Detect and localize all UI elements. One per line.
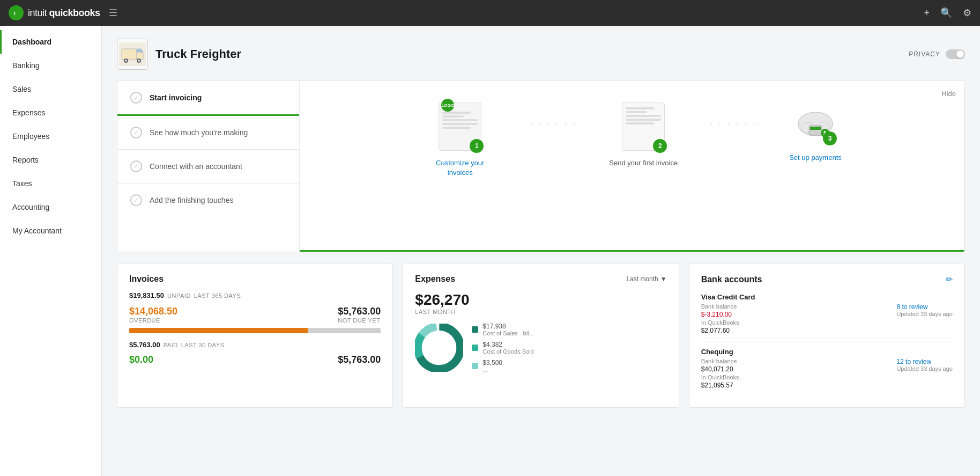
menu-icon[interactable]: ☰ [109,7,117,19]
settings-icon[interactable]: ⚙ [963,7,971,19]
sidebar-item-my-accountant[interactable]: My Accountant [0,219,101,243]
sidebar-item-reports[interactable]: Reports [0,148,101,172]
company-logo[interactable] [117,39,148,70]
sidebar-item-taxes[interactable]: Taxes [0,172,101,195]
step-icon-3: $ 3 [794,102,837,145]
step-check-invoicing: ✓ [130,92,142,104]
bank-divider [701,342,953,342]
bank-accounts-title: Bank accounts [701,275,762,284]
invoices-notdue-col: $5,763.00 NOT DUE YET [338,306,381,324]
progress-overdue [129,328,308,333]
invoices-last-days: LAST 365 DAYS [194,292,241,299]
stats-row: Invoices $19,831.50 UNPAID LAST 365 DAYS… [117,263,965,408]
quickbooks-logo[interactable]: i intuit quickbooks [9,5,100,20]
bank-qb-label-visa: In QuickBooks [701,319,739,326]
step-dots-2: · · · · · · [710,118,757,129]
setup-content: Hide LOGO [300,81,964,252]
invoices-header: Invoices [129,274,381,284]
logo-circle: i [9,5,24,20]
legend-amount-1: $17,938 [482,323,533,330]
last-month-button[interactable]: Last month ▼ [626,275,666,283]
logo-text: intuit quickbooks [28,8,100,19]
svg-point-7 [138,60,140,62]
sidebar-item-sales[interactable]: Sales [0,77,101,101]
privacy-label: PRIVACY [909,50,940,58]
expenses-sublabel: LAST MONTH [415,309,666,315]
bank-balance-label-visa: Bank balance [701,303,739,310]
step-label-customize[interactable]: Customize your invoices [422,158,498,178]
bank-accounts-header: Bank accounts ✏ [701,274,953,284]
app-layout: Dashboard Banking Sales Expenses Employe… [0,26,980,476]
legend-item-1: $17,938 Cost of Sales - bil... [472,323,533,336]
svg-point-5 [125,60,127,62]
nav-right: + 🔍 ⚙ [924,7,971,19]
invoices-notdue-amount: $5,763.00 [338,306,381,317]
setup-progress-bar [300,250,964,252]
bank-numbers-visa: Bank balance $-3,210.00 In QuickBooks $2… [701,303,739,334]
progress-notdue [308,328,381,333]
main-content: Truck Freighter PRIVACY ✓ Start invoicin… [102,26,980,476]
invoices-unpaid-row: $19,831.50 UNPAID LAST 365 DAYS [129,291,381,299]
step-visual-3: $ 3 Set up payments [789,102,842,163]
legend-amount-2: $4,382 [482,341,533,348]
bank-updated-visa: Updated 33 days ago [896,311,953,317]
invoices-paid-amount: $5,763.00 [129,341,160,349]
expenses-chart-area: $17,938 Cost of Sales - bil... $4,382 Co… [415,323,666,373]
sidebar-item-expenses[interactable]: Expenses [0,101,101,125]
legend-dot-2 [472,345,478,351]
bank-account-visa: Visa Credit Card Bank balance $-3,210.00… [701,293,953,334]
setup-step-finishing[interactable]: ✓ Add the finishing touches [117,184,299,217]
svg-rect-13 [810,127,821,130]
step-label-send: Send your first invoice [609,158,678,168]
bank-balance-label-chequing: Bank balance [701,358,739,364]
bank-balance-value-chequing: $40,071.20 [701,365,739,373]
invoices-notdue-label: NOT DUE YET [338,317,381,324]
setup-step-invoicing[interactable]: ✓ Start invoicing [117,81,299,116]
sidebar-item-employees[interactable]: Employees [0,125,101,148]
sidebar-item-accounting[interactable]: Accounting [0,195,101,219]
invoices-title: Invoices [129,274,164,284]
bank-updated-chequing: Updated 33 days ago [896,365,953,372]
invoices-progress-bar [129,328,381,333]
legend-sublabel-3: ... [482,367,502,373]
setup-step-accountant[interactable]: ✓ Connect with an accountant [117,150,299,184]
expenses-amount: $26,270 [415,291,666,309]
sidebar: Dashboard Banking Sales Expenses Employe… [0,26,102,476]
privacy-toggle-track[interactable] [946,49,965,59]
svg-point-19 [423,332,455,364]
edit-icon[interactable]: ✏ [946,274,953,284]
bank-review-visa[interactable]: 8 to review [896,303,953,311]
invoices-paid-row: $5,763.00 PAID LAST 30 DAYS [129,341,381,349]
add-icon[interactable]: + [924,8,930,19]
svg-marker-8 [137,49,143,52]
step-dots-1: · · · · · · [530,118,577,129]
svg-rect-3 [137,52,143,60]
step-badge-2: 2 [653,139,667,153]
setup-steps-list: ✓ Start invoicing ✓ See how much you're … [117,81,300,252]
privacy-toggle[interactable]: PRIVACY [909,49,965,59]
step-badge-1: 1 [470,139,484,153]
bank-review-chequing[interactable]: 12 to review [896,358,953,365]
step-label-payments[interactable]: Set up payments [789,153,842,163]
sidebar-item-banking[interactable]: Banking [0,54,101,77]
bank-details-visa: Bank balance $-3,210.00 In QuickBooks $2… [701,303,953,334]
donut-svg [415,324,463,372]
step-check-accountant: ✓ [130,160,142,172]
svg-point-0 [12,9,20,17]
invoices-last30: LAST 30 DAYS [181,342,225,348]
legend-sublabel-1: Cost of Sales - bil... [482,330,533,336]
invoices-card: Invoices $19,831.50 UNPAID LAST 365 DAYS… [117,263,393,408]
legend-amount-3: $3,500 [482,359,502,367]
top-navigation: i intuit quickbooks ☰ + 🔍 ⚙ [0,0,980,26]
setup-panel: ✓ Start invoicing ✓ See how much you're … [117,80,965,252]
legend-item-3: $3,500 ... [472,359,533,373]
invoices-overdue-amount: $14,068.50 [129,306,177,317]
legend-dot-3 [472,363,478,369]
hide-button[interactable]: Hide [941,90,956,98]
search-icon[interactable]: 🔍 [940,7,952,19]
sidebar-item-dashboard[interactable]: Dashboard [0,30,101,54]
setup-step-making[interactable]: ✓ See how much you're making [117,116,299,150]
step-label-making: See how much you're making [150,128,248,137]
bank-numbers-chequing: Bank balance $40,071.20 In QuickBooks $2… [701,358,739,389]
step-icon-2: 2 [622,102,665,151]
